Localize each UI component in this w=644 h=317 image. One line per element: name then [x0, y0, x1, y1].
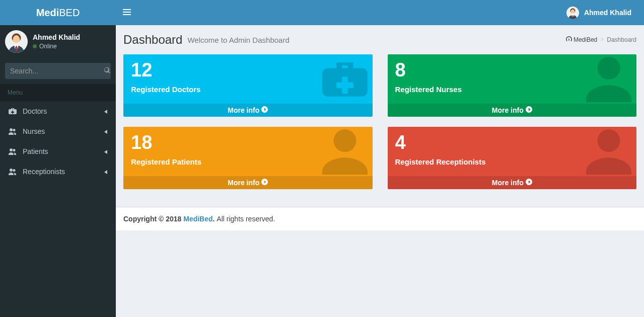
avatar-icon — [566, 7, 579, 19]
chevron-left-icon — [104, 107, 108, 115]
footer-brand-link[interactable]: MediBed — [183, 215, 212, 223]
sidebar-menu: Doctors Nurses Patients — [0, 101, 116, 182]
chevron-left-icon — [104, 147, 108, 155]
footer-suffix: . — [213, 215, 215, 223]
card-label: Registered Doctors — [131, 85, 365, 94]
search-icon — [104, 67, 111, 75]
card-value: 8 — [395, 59, 629, 81]
sidebar-item-label: Doctors — [23, 107, 47, 115]
sidebar-item-label: Nurses — [23, 127, 45, 135]
sidebar-item-receptionists[interactable]: Receptionists — [0, 162, 116, 182]
logo-light: BED — [59, 7, 80, 18]
card-more-link[interactable]: More info — [123, 176, 373, 189]
sidebar-user-status: Online — [33, 43, 80, 50]
arrow-circle-icon — [261, 106, 268, 114]
chevron-left-icon — [104, 168, 108, 176]
sidebar-item-nurses[interactable]: Nurses — [0, 121, 116, 141]
card-label: Registered Nurses — [395, 85, 629, 94]
arrow-circle-icon — [261, 179, 268, 187]
card-more-link[interactable]: More info — [388, 176, 637, 189]
menu-header: Menu — [0, 84, 116, 101]
card-value: 12 — [131, 59, 365, 81]
sidebar-item-doctors[interactable]: Doctors — [0, 101, 116, 121]
content-wrapper: Dashboard Welcome to Admin Dashboard Med… — [116, 25, 644, 207]
card-value: 4 — [395, 132, 629, 153]
sidebar-user-panel: Ahmed Khalid Online — [0, 25, 116, 58]
main-header: MediBED Ahmed Khalid — [0, 0, 644, 25]
breadcrumb-active: Dashboard — [607, 36, 636, 43]
breadcrumb-root-label: MediBed — [574, 36, 597, 43]
avatar-icon — [5, 30, 28, 53]
card-receptionists: 4 Registered Receptionists More info — [388, 127, 637, 189]
content: 12 Registered Doctors More info 8 — [116, 54, 644, 207]
card-link-label: More info — [228, 179, 259, 187]
page-subtitle: Welcome to Admin Dashboard — [187, 36, 289, 44]
search-button[interactable] — [103, 63, 111, 79]
card-value: 18 — [131, 132, 365, 153]
card-link-label: More info — [492, 106, 524, 114]
chevron-left-icon — [104, 127, 108, 135]
content-header: Dashboard Welcome to Admin Dashboard Med… — [116, 25, 644, 54]
breadcrumb-root[interactable]: MediBed — [566, 36, 597, 44]
sidebar-user-name: Ahmed Khalid — [33, 33, 80, 41]
card-patients: 18 Registered Patients More info — [123, 127, 373, 189]
users-icon — [8, 127, 18, 135]
sidebar-item-label: Receptionists — [23, 168, 65, 176]
footer-prefix: Copyright © 2018 — [123, 215, 183, 223]
page-title: Dashboard — [123, 33, 182, 47]
top-navbar: Ahmed Khalid — [116, 0, 644, 25]
card-more-link[interactable]: More info — [388, 104, 637, 117]
header-user-name: Ahmed Khalid — [584, 9, 631, 17]
arrow-circle-icon — [526, 179, 532, 187]
card-link-label: More info — [228, 106, 259, 114]
breadcrumb: MediBed > Dashboard — [566, 36, 636, 44]
dashboard-icon — [566, 36, 574, 44]
search-input[interactable] — [5, 63, 103, 79]
user-menu[interactable]: Ahmed Khalid — [561, 0, 636, 25]
card-more-link[interactable]: More info — [123, 104, 373, 117]
sidebar-item-label: Patients — [23, 147, 48, 155]
logo-link[interactable]: MediBED — [0, 0, 116, 25]
main-sidebar: Ahmed Khalid Online Menu Doctors — [0, 0, 116, 317]
users-icon — [8, 147, 18, 155]
bars-icon — [123, 8, 131, 18]
card-nurses: 8 Registered Nurses More info — [388, 54, 637, 117]
card-link-label: More info — [492, 179, 524, 187]
footer-rights: All rights reserved. — [217, 215, 275, 223]
card-doctors: 12 Registered Doctors More info — [123, 54, 373, 117]
arrow-circle-icon — [526, 106, 532, 114]
sidebar-item-patients[interactable]: Patients — [0, 141, 116, 162]
card-label: Registered Patients — [131, 157, 365, 166]
sidebar-toggle-button[interactable] — [116, 0, 138, 25]
breadcrumb-separator: > — [600, 36, 604, 43]
card-label: Registered Receptionists — [395, 157, 629, 166]
users-icon — [8, 168, 18, 176]
main-footer: Copyright © 2018 MediBed. All rights res… — [116, 207, 644, 230]
status-dot-icon — [33, 44, 37, 48]
status-text: Online — [39, 43, 57, 50]
sidebar-search — [0, 58, 116, 84]
medkit-icon — [8, 107, 18, 115]
logo-bold: Medi — [36, 7, 59, 18]
